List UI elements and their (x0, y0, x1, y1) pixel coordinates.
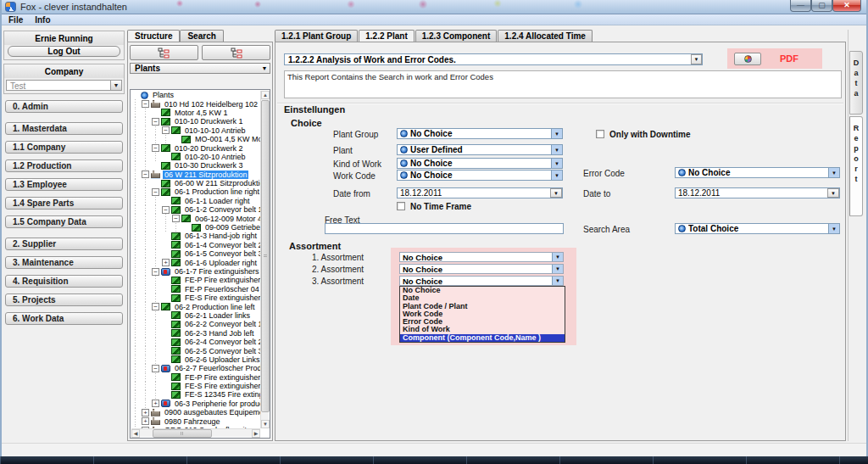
tree-node-label[interactable]: 09-009 Getriebe (203, 223, 260, 232)
collapse-icon[interactable]: − (162, 206, 170, 214)
tree-node[interactable]: 06-2-6 Uploader Links (131, 355, 260, 364)
tree-node[interactable]: FE-S 12345 Fire extinguisher 07 - 9 (131, 390, 260, 399)
option-item[interactable]: Component (Component Code,Name ) (400, 334, 565, 342)
sidebar-nav-1-2-production[interactable]: 1.2 Production (5, 159, 123, 172)
tree-node[interactable]: 06-2-5 Conveyor belt 3 left (131, 346, 260, 355)
collapse-icon[interactable]: − (152, 268, 159, 276)
tree-node-label[interactable]: 010-20-10 Antrieb (183, 153, 248, 161)
sidebar-nav-1-3-employee[interactable]: 1.3 Employee (5, 178, 123, 191)
sidebar-nav-2-supplier[interactable]: 2. Supplier (5, 238, 123, 250)
tree-node[interactable]: +0900 ausgebautes Equipement (131, 408, 260, 416)
assortment-1-select[interactable]: No Choice▼ (399, 252, 564, 262)
tree-node[interactable]: 010-30 Druckwerk 3 (131, 161, 260, 170)
tree-node-label[interactable]: 06-2-3 Hand Job left (183, 329, 256, 338)
tree-node[interactable]: 06-1-4 Conveyor belt 2 right (131, 241, 260, 249)
tree-node[interactable]: 010-20-10 Antrieb (131, 153, 260, 161)
tree-node-label[interactable]: Plants (151, 91, 175, 99)
tab-structure[interactable]: Structure (127, 30, 180, 42)
tree-node[interactable]: Motor 4,5 KW 1 (131, 109, 260, 117)
tree-node-label[interactable]: FE-S Fire extinguisher 06 - 9l foam (183, 382, 260, 390)
collapse-icon[interactable]: − (152, 188, 159, 196)
pdf-export-button[interactable] (734, 53, 761, 65)
work-code-select[interactable]: No Choice ▼ (397, 170, 563, 181)
sidebar-nav-3-maintenance[interactable]: 3. Maintenance (5, 256, 123, 269)
tree-node[interactable]: 06-1-3 Hand-job right (131, 232, 260, 240)
sidebar-nav-1-4-spare-parts[interactable]: 1.4 Spare Parts (5, 197, 123, 210)
tree-node[interactable]: 06-00 W 211 Sitzproduktion Hauptanlage (131, 179, 260, 187)
collapse-icon[interactable]: − (172, 215, 180, 222)
tree-horizontal-scrollbar[interactable]: ◀ ▶ (131, 428, 260, 437)
tree-node-label[interactable]: 0900 ausgebautes Equipement (163, 408, 260, 416)
chevron-down-icon[interactable]: ▼ (551, 129, 562, 138)
tree-node-label[interactable]: 010-10-10 Antrieb (183, 126, 248, 135)
tree-node-label[interactable]: 06-1-7 Fire extinguishers Prod.rightFire (173, 267, 260, 276)
tree-node[interactable]: 06-1-5 Conveyor belt 3 right (131, 249, 260, 258)
scrollbar-thumb[interactable] (153, 429, 212, 438)
tree-node[interactable]: +0980 Fahrzeuge (131, 416, 260, 425)
sidebar-nav-1-masterdata[interactable]: 1. Masterdata (5, 122, 123, 135)
tree-node-label[interactable]: 06-2-1 Loader links (183, 311, 252, 320)
tree-node-label[interactable]: 06-2 Production line left (173, 303, 257, 311)
tab-search[interactable]: Search (180, 30, 223, 42)
search-area-select[interactable]: Total Choice ▼ (675, 223, 840, 234)
menu-file[interactable]: File (8, 15, 23, 25)
tab-data[interactable]: Data (849, 51, 863, 115)
tree-node[interactable]: −010-10-10 Antrieb (131, 126, 260, 135)
tree-node[interactable]: −010 Hd 102 Heidelberg 102 (131, 99, 260, 108)
tree-node-label[interactable]: 06-1-2 Conveyor belt 1 right (183, 205, 260, 214)
tree-node[interactable]: MO-001 4,5 KW Motor (131, 135, 260, 143)
tree-node-label[interactable]: 06-1-6 Uploader right (183, 259, 259, 267)
close-button[interactable]: ✕ (832, 0, 861, 12)
collapse-icon[interactable]: − (142, 100, 149, 108)
option-item[interactable]: Work Code (400, 310, 565, 318)
error-code-select[interactable]: No Choice ▼ (675, 167, 840, 178)
tree-node[interactable]: −06-2-7 Feuerlöscher Prod. LI (131, 364, 260, 372)
chevron-down-icon[interactable]: ▼ (552, 265, 563, 273)
kind-of-work-select[interactable]: No Choice ▼ (397, 158, 563, 169)
tree-node[interactable]: 06-2-2 Conveyor belt 1 left (131, 320, 260, 328)
tree-node[interactable]: 06-2-3 Hand Job left (131, 329, 260, 338)
minimize-button[interactable]: — (790, 0, 811, 12)
expand-icon[interactable]: + (142, 417, 149, 425)
tree-node-label[interactable]: FE-S 12345 Fire extinguisher 07 - 9 (183, 390, 260, 399)
tree-node-label[interactable]: 010-20 Druckwerk 2 (173, 144, 245, 153)
option-item[interactable]: No Choice (400, 287, 565, 294)
only-with-downtime-checkbox[interactable] (596, 130, 604, 138)
tree-node-label[interactable]: 06-3 Peripherie for production lines for (173, 400, 260, 408)
tree-node-label[interactable]: FE-P Fire extinguishers 03 - 5 kg CO (183, 276, 260, 284)
tree-node[interactable]: Plants (131, 91, 260, 99)
tree-node-label[interactable]: FE-S Fire extinguishers 02 - 9l Foam (183, 293, 260, 302)
tab-1-2-4-allocated-time[interactable]: 1.2.4 Allocated Time (498, 30, 593, 42)
tree-node-label[interactable]: FE-P Fire extinguishers 05-12 kg AB (183, 373, 260, 382)
tab-1-2-3-component[interactable]: 1.2.3 Component (415, 30, 498, 42)
free-text-input[interactable] (325, 223, 564, 234)
tree-node-label[interactable]: 06-1-4 Conveyor belt 2 right (183, 241, 260, 249)
sidebar-nav-5-projects[interactable]: 5. Projects (5, 293, 123, 306)
taskbar[interactable] (0, 456, 868, 464)
tree-node[interactable]: −06-1-7 Fire extinguishers Prod.rightFir… (131, 267, 260, 276)
date-from-input[interactable]: 18.12.2011 ▼ (397, 187, 563, 198)
tree-node[interactable]: +06-3 Peripherie for production lines fo… (131, 400, 260, 408)
chevron-down-icon[interactable]: ▼ (691, 54, 702, 64)
no-time-frame-checkbox[interactable] (397, 202, 405, 210)
tree-node[interactable]: FE-S Fire extinguishers 02 - 9l Foam (131, 293, 260, 302)
collapse-icon[interactable]: − (152, 144, 159, 152)
tree-node[interactable]: −010-10 Druckwerk 1 (131, 117, 260, 126)
sidebar-nav-0-admin[interactable]: 0. Admin (5, 100, 123, 113)
option-item[interactable]: Date (400, 294, 565, 302)
collapse-tree-button[interactable] (130, 45, 198, 60)
option-item[interactable]: Error Code (400, 318, 565, 326)
assortment-3-select[interactable]: No Choice▼ (399, 276, 564, 286)
tree-node-label[interactable]: MO-001 4,5 KW Motor (193, 135, 260, 143)
tree-node-label[interactable]: 010 Hd 102 Heidelberg 102 (163, 100, 259, 109)
tree-node[interactable]: FE-P Fire extinguishers 03 - 5 kg CO (131, 276, 260, 284)
chevron-down-icon[interactable]: ▼ (259, 64, 270, 73)
tree-node-label[interactable]: 010-10 Druckwerk 1 (173, 117, 245, 126)
date-to-input[interactable]: 18.12.2011 ▼ (675, 187, 840, 198)
tree-node-label[interactable]: 06-1 Production line right (173, 187, 260, 196)
tab-report[interactable]: Report (849, 116, 863, 216)
maximize-button[interactable]: ▢ (811, 0, 832, 12)
collapse-icon[interactable]: − (162, 126, 170, 134)
company-select[interactable]: Test ▼ (6, 80, 122, 91)
scroll-left-icon[interactable]: ◀ (131, 429, 140, 438)
